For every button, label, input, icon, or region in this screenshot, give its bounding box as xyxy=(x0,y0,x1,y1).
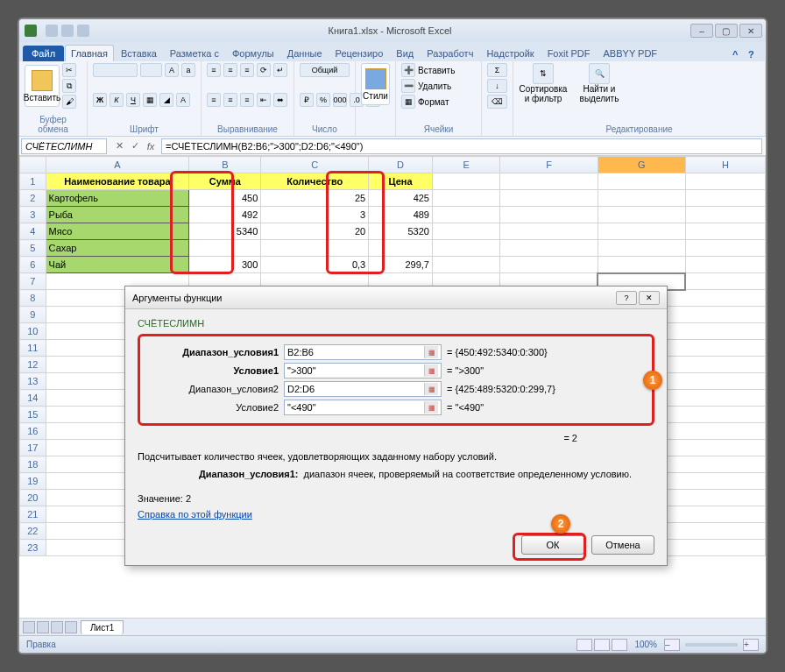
row-header[interactable]: 7 xyxy=(20,273,46,290)
italic-icon[interactable]: К xyxy=(110,93,124,107)
fill-color-icon[interactable]: ◢ xyxy=(159,93,173,107)
underline-icon[interactable]: Ч xyxy=(126,93,140,107)
col-header[interactable]: B xyxy=(189,157,261,173)
col-header[interactable]: C xyxy=(261,157,369,173)
tab-home[interactable]: Главная xyxy=(65,45,114,61)
qat-save-icon[interactable] xyxy=(46,25,58,37)
cell[interactable]: 0,3 xyxy=(261,257,369,273)
tab-abbyy[interactable]: ABBYY PDF xyxy=(598,45,664,61)
ribbon-min-icon[interactable]: ^ xyxy=(732,49,745,61)
tab-layout[interactable]: Разметка с xyxy=(164,45,225,61)
align-right-icon[interactable]: ≡ xyxy=(240,93,254,107)
dialog-titlebar[interactable]: Аргументы функции ?✕ xyxy=(125,286,667,309)
view-break-icon[interactable] xyxy=(612,639,627,651)
tab-nav-prev-icon[interactable] xyxy=(37,621,49,633)
col-header[interactable]: G xyxy=(598,157,685,173)
cell[interactable]: 299,7 xyxy=(369,257,433,273)
range-picker-icon[interactable]: ▦ xyxy=(424,346,438,358)
tab-formulas[interactable]: Формулы xyxy=(226,45,280,61)
tab-file[interactable]: Файл xyxy=(23,46,64,61)
tab-review[interactable]: Рецензиро xyxy=(329,45,390,61)
format-cells-icon[interactable]: ▦ xyxy=(401,95,415,109)
increase-font-icon[interactable]: A xyxy=(165,63,179,77)
dialog-help-icon[interactable]: ? xyxy=(616,291,637,305)
borders-icon[interactable]: ▦ xyxy=(143,93,157,107)
align-left-icon[interactable]: ≡ xyxy=(207,93,221,107)
close-button[interactable]: ✕ xyxy=(739,24,762,38)
row-header[interactable]: 6 xyxy=(20,257,46,273)
tab-view[interactable]: Вид xyxy=(390,45,420,61)
find-icon[interactable]: 🔍 xyxy=(589,63,610,84)
sheet-tab[interactable]: Лист1 xyxy=(81,620,124,634)
cell[interactable]: Сумма xyxy=(189,173,261,190)
help-icon[interactable]: ? xyxy=(748,49,760,61)
cell[interactable]: 3 xyxy=(261,207,369,223)
col-header[interactable]: H xyxy=(685,157,765,173)
range-picker-icon[interactable]: ▦ xyxy=(424,383,438,395)
cell[interactable]: Количество xyxy=(261,173,369,190)
cell[interactable]: 20 xyxy=(261,223,369,240)
clear-icon[interactable]: ⌫ xyxy=(487,95,507,109)
cell[interactable]: Чай xyxy=(46,257,189,273)
orient-icon[interactable]: ⟳ xyxy=(257,63,271,77)
name-box[interactable]: СЧЁТЕСЛИМН xyxy=(21,138,107,154)
view-normal-icon[interactable] xyxy=(576,639,592,651)
autosum-icon[interactable]: Σ xyxy=(487,63,507,77)
qat-redo-icon[interactable] xyxy=(77,25,89,37)
arg-input[interactable]: ▦ xyxy=(284,344,442,360)
tab-developer[interactable]: Разработч xyxy=(421,45,479,61)
number-format-select[interactable]: Общий xyxy=(300,63,350,77)
tab-foxit[interactable]: Foxit PDF xyxy=(541,45,597,61)
range-picker-icon[interactable]: ▦ xyxy=(424,364,438,377)
cell[interactable]: 450 xyxy=(189,190,261,207)
col-header[interactable]: F xyxy=(500,157,598,173)
cell[interactable] xyxy=(189,240,261,257)
arg-input[interactable]: ▦ xyxy=(284,363,442,378)
maximize-button[interactable]: ▢ xyxy=(715,24,738,38)
tab-nav-next-icon[interactable] xyxy=(51,621,63,633)
tab-nav-last-icon[interactable] xyxy=(65,621,77,633)
align-top-icon[interactable]: ≡ xyxy=(207,63,221,77)
cell[interactable]: 5320 xyxy=(369,223,433,240)
cut-icon[interactable]: ✂ xyxy=(62,63,76,77)
bold-icon[interactable]: Ж xyxy=(93,93,107,107)
function-help-link[interactable]: Справка по этой функции xyxy=(138,509,252,520)
formula-input[interactable]: =СЧЁТЕСЛИМН(B2:B6;">300";D2:D6;"<490") xyxy=(161,138,762,154)
cell[interactable]: Цена xyxy=(369,173,433,190)
select-all[interactable] xyxy=(20,157,46,173)
row-header[interactable]: 2 xyxy=(20,190,46,207)
format-painter-icon[interactable]: 🖌 xyxy=(62,95,76,109)
align-mid-icon[interactable]: ≡ xyxy=(223,63,237,77)
arg-input[interactable]: ▦ xyxy=(284,381,442,397)
copy-icon[interactable]: ⧉ xyxy=(62,79,76,93)
col-header[interactable]: E xyxy=(432,157,499,173)
zoom-slider[interactable] xyxy=(685,643,738,647)
percent-icon[interactable]: % xyxy=(316,93,330,107)
tab-insert[interactable]: Вставка xyxy=(115,45,163,61)
spreadsheet-grid[interactable]: A B C D E F G H 1 Наименование товара Су… xyxy=(19,156,766,585)
cell[interactable]: 492 xyxy=(189,207,261,223)
cell[interactable]: Картофель xyxy=(46,190,189,207)
cell[interactable]: 489 xyxy=(369,207,433,223)
paste-button[interactable]: Вставить xyxy=(25,65,60,107)
cell[interactable]: Рыба xyxy=(46,207,189,223)
enter-formula-icon[interactable]: ✓ xyxy=(128,139,142,153)
cell[interactable]: Мясо xyxy=(46,223,189,240)
cell[interactable]: Наименование товара xyxy=(46,173,189,190)
cell[interactable]: 300 xyxy=(189,257,261,273)
cell[interactable]: Сахар xyxy=(46,240,189,257)
zoom-level[interactable]: 100% xyxy=(634,640,657,649)
cell[interactable] xyxy=(369,240,433,257)
comma-icon[interactable]: 000 xyxy=(333,93,347,107)
fill-icon[interactable]: ↓ xyxy=(487,79,507,93)
cancel-button[interactable]: Отмена xyxy=(591,535,654,555)
tab-addins[interactable]: Надстройк xyxy=(480,45,540,61)
wrap-icon[interactable]: ↵ xyxy=(273,63,287,77)
row-header[interactable]: 1 xyxy=(20,173,46,190)
cell[interactable]: 25 xyxy=(261,190,369,207)
cell[interactable]: 425 xyxy=(369,190,433,207)
sort-filter-icon[interactable]: ⇅ xyxy=(533,63,554,84)
minimize-button[interactable]: – xyxy=(690,24,713,38)
cell[interactable]: 5340 xyxy=(189,223,261,240)
delete-cells-icon[interactable]: ➖ xyxy=(401,79,415,93)
